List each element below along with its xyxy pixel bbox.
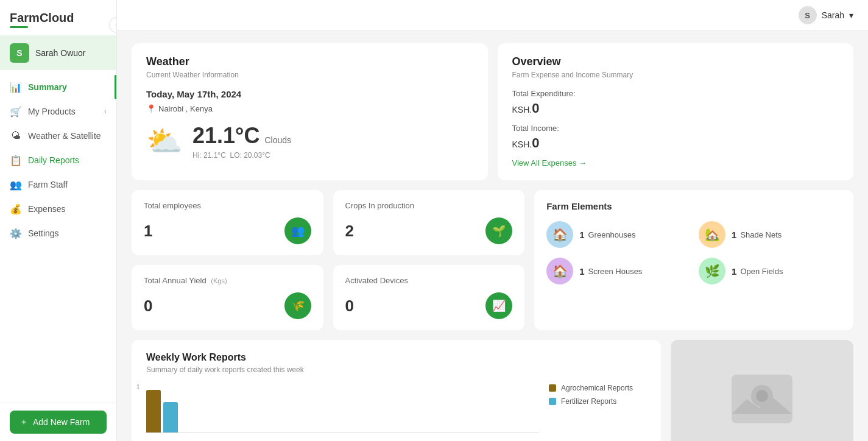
- add-farm-label: Add New Farm: [33, 417, 90, 427]
- farm-elements-card: Farm Elements 🏠 1 Greenhouses: [534, 190, 853, 330]
- greenhouses-name: Greenhouses: [588, 230, 635, 239]
- expenditure-label: Total Expenditure:: [512, 89, 839, 98]
- weather-subtitle: Current Weather Information: [146, 71, 473, 79]
- screen-houses-count: 1: [579, 266, 584, 277]
- stat-crops-value: 2: [345, 222, 354, 241]
- farm-elements-grid: 🏠 1 Greenhouses 🏡 1: [546, 221, 841, 284]
- weather-location: 📍 Nairobi , Kenya: [146, 104, 473, 113]
- screen-houses-icon: 🏠: [546, 258, 573, 284]
- weekly-reports-subtitle: Summary of daily work reports created th…: [146, 365, 646, 374]
- chart-y-label: 1: [136, 384, 140, 390]
- sidebar-item-label: Farm Staff: [28, 180, 68, 189]
- sidebar: FarmCloud S Sarah Owuor 📊 Summary 🛒 My P…: [0, 0, 117, 441]
- farm-staff-icon: 👥: [10, 178, 22, 191]
- user-avatar: S: [799, 6, 817, 24]
- add-farm-button[interactable]: ＋ Add New Farm: [10, 411, 107, 434]
- bar-agrochemical: [146, 390, 161, 432]
- weather-main: ⛅ 21.1°C Clouds Hi: 21.1°C LO: 20.03°C: [146, 123, 473, 160]
- weather-icon: 🌤: [10, 130, 22, 142]
- chevron-icon: ‹: [104, 107, 107, 116]
- sidebar-user[interactable]: S Sarah Owuor: [0, 36, 116, 70]
- income-value: KSH.0: [512, 135, 839, 151]
- stat-crops-label: Crops In production: [345, 201, 513, 210]
- chart-bars: [146, 384, 539, 432]
- weather-cloud-icon: ⛅: [146, 124, 183, 158]
- stat-devices-value: 0: [345, 297, 354, 316]
- view-all-expenses-link[interactable]: View All Expenses →: [512, 158, 587, 168]
- sidebar-item-summary[interactable]: 📊 Summary: [0, 75, 116, 99]
- sidebar-item-weather-satellite[interactable]: 🌤 Weather & Satellite: [0, 124, 116, 148]
- sidebar-item-my-products[interactable]: 🛒 My Products ‹: [0, 99, 116, 124]
- temperature-value: 21.1°C: [192, 123, 259, 149]
- employees-icon: 👥: [284, 217, 311, 244]
- sidebar-item-label: My Products: [28, 107, 76, 116]
- top-cards-row: Weather Current Weather Information Toda…: [132, 43, 853, 180]
- greenhouses-icon: 🏠: [546, 221, 573, 248]
- open-fields-icon: 🌿: [699, 258, 725, 284]
- greenhouses-count: 1: [579, 230, 584, 240]
- weekly-reports-card: Weekly Work Reports Summary of daily wor…: [132, 340, 661, 441]
- stat-total-employees: Total employees 1 👥: [132, 190, 323, 255]
- sidebar-item-label: Weather & Satellite: [28, 131, 101, 141]
- legend-label-fertilizer: Fertilizer Reports: [561, 397, 616, 406]
- svg-point-2: [756, 390, 768, 402]
- shade-nets-count: 1: [732, 230, 736, 240]
- chevron-down-icon: ▾: [849, 10, 853, 20]
- shade-nets-icon: 🏡: [699, 221, 725, 248]
- placeholder-image-icon: [725, 369, 799, 429]
- topbar: S Sarah ▾: [117, 0, 868, 31]
- main-content: S Sarah ▾ Weather Current Weather Inform…: [117, 0, 868, 441]
- user-name: Sarah: [822, 10, 844, 20]
- summary-icon: 📊: [10, 81, 22, 93]
- sidebar-item-settings[interactable]: ⚙️ Settings: [0, 221, 116, 245]
- stat-crops-in-production: Crops In production 2 🌱: [333, 190, 525, 255]
- chart-legend: Agrochemical Reports Fertilizer Reports: [549, 384, 646, 436]
- sidebar-bottom: ＋ Add New Farm: [0, 403, 116, 441]
- screen-houses-name: Screen Houses: [588, 267, 642, 276]
- weather-title: Weather: [146, 55, 473, 68]
- overview-subtitle: Farm Expense and Income Summary: [512, 71, 839, 79]
- chart-area: 1 Agrochemical Reports: [146, 384, 646, 436]
- farm-elements-title: Farm Elements: [546, 201, 841, 211]
- chart-axis: [146, 432, 539, 436]
- sidebar-item-daily-reports[interactable]: 📋 Daily Reports: [0, 148, 116, 172]
- stat-total-annual-yield: Total Annual Yield (Kgs) 0 🌾: [132, 265, 323, 330]
- open-fields-count: 1: [732, 266, 736, 277]
- bar-fertilizer: [163, 402, 178, 432]
- yield-icon: 🌾: [284, 292, 311, 319]
- legend-dot-fertilizer: [549, 398, 556, 405]
- weather-description: Clouds: [264, 135, 291, 145]
- expenses-icon: 💰: [10, 203, 22, 215]
- right-panel-placeholder: [671, 340, 853, 441]
- sidebar-item-label: Expenses: [28, 204, 65, 214]
- settings-icon: ⚙️: [10, 227, 22, 239]
- daily-reports-icon: 📋: [10, 154, 22, 166]
- sidebar-item-label: Summary: [28, 82, 67, 92]
- expenditure-value: KSH.0: [512, 101, 839, 116]
- weather-date: Today, May 17th, 2024: [146, 89, 473, 99]
- logo-part2: Cloud: [40, 11, 74, 24]
- location-icon: 📍: [146, 104, 156, 113]
- app-name: FarmCloud: [10, 11, 74, 24]
- logo-part1: Farm: [10, 11, 40, 24]
- crops-icon: 🌱: [485, 217, 512, 244]
- sidebar-item-label: Settings: [28, 228, 59, 238]
- sidebar-item-expenses[interactable]: 💰 Expenses: [0, 197, 116, 221]
- element-shade-nets: 🏡 1 Shade Nets: [699, 221, 841, 248]
- sidebar-nav: 📊 Summary 🛒 My Products ‹ 🌤 Weather & Sa…: [0, 70, 116, 403]
- weather-range: Hi: 21.1°C LO: 20.03°C: [192, 151, 291, 160]
- devices-icon: 📈: [485, 292, 512, 319]
- overview-card: Overview Farm Expense and Income Summary…: [498, 43, 854, 180]
- legend-label-agrochemical: Agrochemical Reports: [561, 384, 633, 392]
- sidebar-item-farm-staff[interactable]: 👥 Farm Staff: [0, 172, 116, 197]
- stat-employees-value: 1: [144, 222, 152, 241]
- element-screen-houses: 🏠 1 Screen Houses: [546, 258, 689, 284]
- sidebar-username: Sarah Owuor: [35, 48, 85, 58]
- weather-card: Weather Current Weather Information Toda…: [132, 43, 488, 180]
- user-menu-button[interactable]: S Sarah ▾: [799, 6, 853, 24]
- element-greenhouses: 🏠 1 Greenhouses: [546, 221, 689, 248]
- legend-item-agrochemical: Agrochemical Reports: [549, 384, 646, 392]
- logo: FarmCloud: [0, 0, 116, 36]
- dashboard: Weather Current Weather Information Toda…: [117, 31, 868, 441]
- weekly-reports-title: Weekly Work Reports: [146, 352, 646, 363]
